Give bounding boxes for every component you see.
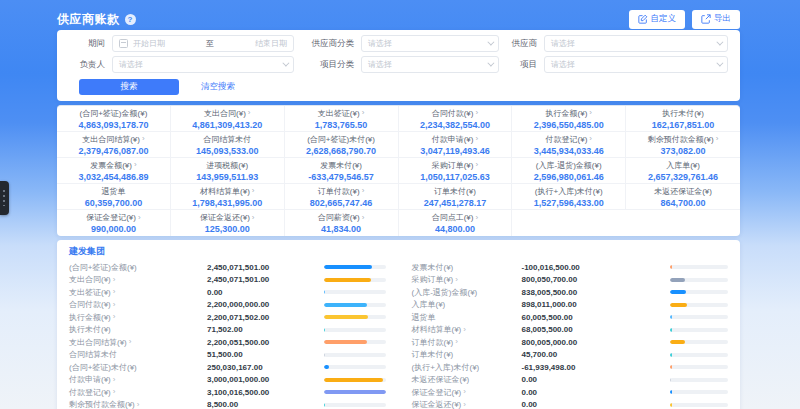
metric-label[interactable]: 支出签证(¥)›	[69, 287, 207, 298]
stat-value[interactable]: 1,783,765.50	[315, 120, 368, 130]
stat-label: 进项税额(¥)	[206, 160, 248, 171]
metric-label: 订单未付(¥)	[412, 349, 522, 360]
stat-cell[interactable]: 剩余预付款金额(¥)›373,082.00	[626, 132, 740, 158]
metric-label[interactable]: 付款申请(¥)›	[69, 374, 207, 385]
stat-value[interactable]: 2,396,550,485.00	[534, 120, 604, 130]
metric-label[interactable]: 保证金返还(¥)›	[412, 399, 522, 409]
metric-label[interactable]: 采购订单(¥)›	[412, 274, 522, 285]
stat-value[interactable]: 3,047,119,493.46	[420, 146, 490, 156]
link-arrow-icon: ›	[113, 313, 116, 321]
metric-label: (合同+签证)金额(¥)	[69, 262, 207, 273]
customize-button[interactable]: 自定义	[629, 10, 686, 29]
metric-label[interactable]: 支出合同结算(¥)›	[69, 337, 207, 348]
link-arrow-icon: ›	[248, 109, 251, 117]
stat-label: 发票金额(¥)	[90, 160, 132, 171]
stat-cell[interactable]: 材料结算单(¥)›1,798,431,995.00	[171, 184, 285, 210]
stat-value[interactable]: 802,665,747.46	[310, 198, 373, 208]
export-button[interactable]: 导出	[692, 10, 740, 29]
sidebar-drawer-handle[interactable]	[0, 181, 9, 215]
metric-bar	[670, 278, 728, 282]
customize-icon	[638, 14, 648, 24]
link-arrow-icon: ›	[362, 109, 365, 117]
stat-cell[interactable]: 执行金额(¥)›2,396,550,485.00	[512, 106, 626, 132]
stat-label: 订单付款(¥)	[318, 186, 360, 197]
owner-select[interactable]: 请选择	[112, 56, 294, 73]
stat-value[interactable]: 4,861,309,413.20	[192, 120, 262, 130]
metric-value: 2,200,051,500.00	[207, 338, 324, 347]
supplier-label: 供应商	[499, 38, 537, 50]
link-arrow-icon: ›	[113, 388, 116, 396]
metric-bar-fill	[324, 290, 326, 294]
metric-label[interactable]: 支出合同(¥)›	[69, 274, 207, 285]
stat-label: (合同+签证)未付(¥)	[307, 134, 375, 145]
stat-cell[interactable]: 支出合同结算(¥)›2,379,476,087.00	[57, 132, 171, 158]
stat-cell[interactable]: 发票金额(¥)›3,032,454,486.89	[57, 158, 171, 184]
metric-label[interactable]: 材料结算单(¥)›	[412, 324, 522, 335]
stat-value[interactable]: 1,050,117,025.63	[420, 172, 490, 182]
stat-cell[interactable]: 支出签证(¥)›1,783,765.50	[285, 106, 399, 132]
metric-label[interactable]: 保证金登记(¥)›	[412, 387, 522, 398]
date-to-label: 至	[200, 38, 220, 49]
stat-value[interactable]: 125,300.00	[205, 224, 250, 234]
summary-stats-panel: (合同+签证)金额(¥)4,863,093,178.70支出合同(¥)›4,86…	[57, 105, 740, 236]
metric-bar-fill	[670, 378, 671, 382]
stat-label: 付款登记(¥)	[546, 134, 588, 145]
stat-value[interactable]: 3,445,934,033.46	[534, 146, 604, 156]
metric-bar	[670, 353, 728, 357]
metric-value: 800,005,000.00	[522, 338, 671, 347]
metric-row: 未返还保证金(¥)0.00	[412, 374, 729, 387]
stat-cell[interactable]: 保证金返还(¥)›125,300.00	[171, 210, 285, 236]
metric-value: 3,100,016,500.00	[207, 388, 324, 397]
stat-label: 支出合同结算(¥)	[82, 134, 140, 145]
help-icon[interactable]: ?	[125, 14, 136, 25]
stat-cell[interactable]: 合同点工(¥)›44,800.00	[399, 210, 513, 236]
metric-bar-fill	[324, 328, 326, 332]
supplier-accounts-page: 供应商账款 ? 自定义 导出 期间 开始日期	[0, 0, 800, 409]
stat-value[interactable]: 990,000.00	[91, 224, 136, 234]
stat-label: 保证金返还(¥)	[200, 212, 250, 223]
page-title: 供应商账款	[57, 11, 120, 28]
stat-value[interactable]: 44,800.00	[435, 224, 475, 234]
stat-cell[interactable]: 合同付款(¥)›2,234,382,554.00	[399, 106, 513, 132]
project-select[interactable]: 请选择	[544, 56, 728, 73]
date-range-input[interactable]: 开始日期 至 结束日期	[112, 35, 294, 52]
stat-value[interactable]: 1,798,431,995.00	[192, 198, 262, 208]
stat-value[interactable]: 2,234,382,554.00	[420, 120, 490, 130]
stat-cell[interactable]: 订单付款(¥)›802,665,747.46	[285, 184, 399, 210]
metric-row: (执行+入库)未付(¥)-61,939,498.00	[412, 361, 729, 374]
metric-label[interactable]: 合同付款(¥)›	[69, 299, 207, 310]
stat-value[interactable]: 2,379,476,087.00	[78, 146, 148, 156]
metric-label[interactable]: 执行金额(¥)›	[69, 312, 207, 323]
group-name-link[interactable]: 建发集团	[69, 246, 728, 257]
stat-value[interactable]: 41,834.00	[321, 224, 361, 234]
stat-cell: 退货单60,359,700.00	[57, 184, 171, 210]
clear-search-link[interactable]: 清空搜索	[201, 81, 235, 93]
metric-bar-fill	[670, 290, 686, 294]
stat-cell[interactable]: 采购订单(¥)›1,050,117,025.63	[399, 158, 513, 184]
metric-bar-fill	[670, 303, 687, 307]
stat-value[interactable]: 3,032,454,486.89	[78, 172, 148, 182]
stat-cell[interactable]: 支出合同(¥)›4,861,309,413.20	[171, 106, 285, 132]
stat-cell[interactable]: 合同薪资(¥)›41,834.00	[285, 210, 399, 236]
metric-label[interactable]: 订单付款(¥)›	[412, 337, 522, 348]
stat-value[interactable]: 373,082.00	[661, 146, 706, 156]
metric-label[interactable]: 剩余预付款金额(¥)›	[69, 399, 207, 409]
stat-cell[interactable]: 保证金登记(¥)›990,000.00	[57, 210, 171, 236]
metric-bar	[670, 340, 728, 344]
metric-label[interactable]: 付款登记(¥)›	[69, 387, 207, 398]
metric-value: 0.00	[522, 388, 671, 397]
metric-bar-fill	[670, 403, 672, 407]
link-arrow-icon: ›	[113, 301, 116, 309]
metric-value: 0.00	[522, 400, 671, 409]
metric-row: 执行金额(¥)›2,200,071,502.00	[69, 311, 386, 324]
stat-cell[interactable]: 付款申请(¥)›3,047,119,493.46	[399, 132, 513, 158]
metric-value: 250,030,167.00	[207, 363, 324, 372]
search-button[interactable]: 搜索	[79, 79, 179, 95]
supplier-select[interactable]: 请选择	[544, 35, 728, 52]
link-arrow-icon: ›	[589, 109, 592, 117]
supplier-category-select[interactable]: 请选择	[361, 35, 499, 52]
metric-bar-fill	[670, 315, 672, 319]
link-arrow-icon: ›	[134, 161, 137, 169]
stat-cell[interactable]: 付款登记(¥)›3,445,934,033.46	[512, 132, 626, 158]
project-category-select[interactable]: 请选择	[361, 56, 499, 73]
